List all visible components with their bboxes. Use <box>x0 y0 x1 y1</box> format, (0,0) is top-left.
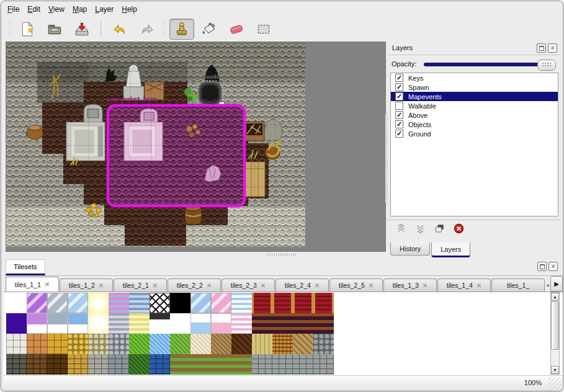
toolbar-handle[interactable] <box>163 21 166 37</box>
layer-row-above[interactable]: ✓Above <box>391 110 558 120</box>
tile-wicker[interactable] <box>272 334 293 354</box>
map-canvas[interactable]: north cavesnake2_boss <box>6 42 386 252</box>
tile-glow-pale[interactable] <box>88 313 109 334</box>
tile-crystal-gray[interactable] <box>47 293 68 313</box>
tile-herringbone[interactable] <box>293 334 313 354</box>
tile-black[interactable] <box>170 293 190 313</box>
menu-help[interactable]: Help <box>122 5 137 16</box>
layer-row-ground[interactable]: ✓Ground <box>391 129 558 138</box>
new-file-button[interactable] <box>15 19 40 40</box>
tile-empty[interactable] <box>170 313 190 334</box>
tile-stripes-yellow[interactable] <box>129 313 150 334</box>
tile-tiles-orange[interactable] <box>27 334 47 354</box>
tab-tiles_2_2[interactable]: tiles_2_2✕ <box>168 278 221 292</box>
tile-empty[interactable] <box>6 293 27 313</box>
open-file-button[interactable] <box>42 19 67 40</box>
menu-view[interactable]: View <box>48 5 65 16</box>
tile-stone-blocks[interactable] <box>6 334 27 354</box>
tile-tiles-gold[interactable] <box>47 334 68 354</box>
opacity-slider[interactable] <box>423 60 556 69</box>
tab-tiles_2_3[interactable]: tiles_2_3✕ <box>222 278 275 292</box>
tile-wall-stone[interactable] <box>88 354 109 375</box>
tile-grass-bright[interactable] <box>129 334 150 354</box>
layer-row-objects[interactable]: ✓Objects <box>391 120 558 129</box>
tile-grass-path-rows[interactable] <box>190 354 211 375</box>
tile-stripes-violet[interactable] <box>109 293 129 313</box>
tab-tiles_1_3[interactable]: tiles_1_3✕ <box>383 278 437 292</box>
tile-pebbles-beige[interactable] <box>88 334 109 354</box>
tile-dirt-speckled[interactable] <box>211 334 231 354</box>
tile-grass-soft[interactable] <box>170 334 190 354</box>
layer-row-keys[interactable]: ✓Keys <box>391 73 558 82</box>
tile-logs-gray[interactable] <box>313 334 334 354</box>
float-icon[interactable] <box>537 262 547 271</box>
delete-layer-button[interactable] <box>453 223 465 236</box>
tile-stripes-blue[interactable] <box>129 293 150 313</box>
resize-grip[interactable] <box>548 378 562 390</box>
tile-crystal-purple-half[interactable] <box>27 313 47 334</box>
layer-row-mapevents[interactable]: ✓Mapevents <box>391 92 558 101</box>
tile-grass-path-rows[interactable] <box>211 354 231 375</box>
tile-planks-gray[interactable] <box>272 354 293 375</box>
layer-visibility-checkbox[interactable] <box>395 102 403 110</box>
tile-grass-path-rows[interactable] <box>231 354 252 375</box>
tile-wall-dark[interactable] <box>6 354 27 375</box>
tile-crystal-blue[interactable] <box>68 293 88 313</box>
scrollbar-thumb[interactable] <box>551 301 559 350</box>
redo-button[interactable] <box>135 19 159 40</box>
layer-visibility-checkbox[interactable]: ✓ <box>395 120 403 128</box>
tileset-content[interactable]: ▲ ▼ <box>4 292 563 375</box>
float-icon[interactable] <box>537 43 546 53</box>
tile-wall-brown[interactable] <box>27 354 47 375</box>
tile-flagstone-yellow[interactable] <box>68 334 88 354</box>
layer-row-walkable[interactable]: Walkable <box>391 101 558 110</box>
close-tab-icon[interactable]: ✕ <box>369 282 374 289</box>
tile-stripes-wood[interactable] <box>313 313 334 334</box>
close-icon[interactable]: ✕ <box>548 43 557 53</box>
close-tab-icon[interactable]: ✕ <box>207 282 212 289</box>
tab-layers[interactable]: Layers <box>431 243 470 257</box>
close-tab-icon[interactable]: ✕ <box>477 282 481 289</box>
raise-layer-button[interactable] <box>395 223 407 236</box>
tile-carpet-red[interactable] <box>252 293 272 313</box>
menu-map[interactable]: Map <box>73 5 87 16</box>
tile-wall-blue[interactable] <box>150 354 170 375</box>
layer-row-spawn[interactable]: ✓Spawn <box>391 82 558 92</box>
tab-tiles_1_2[interactable]: tiles_1_2✕ <box>60 278 113 292</box>
tile-stripes-wood[interactable] <box>293 313 313 334</box>
menu-layer[interactable]: Layer <box>95 5 114 16</box>
tile-planks-gray[interactable] <box>313 354 334 375</box>
scroll-up-icon[interactable]: ▲ <box>551 293 559 301</box>
scroll-down-icon[interactable]: ▼ <box>551 366 559 374</box>
tile-indigo[interactable] <box>6 313 27 334</box>
tab-tiles_1_4[interactable]: tiles_1_4✕ <box>437 278 491 292</box>
tile-stripes-wood[interactable] <box>252 313 272 334</box>
tile-sign-dark[interactable] <box>150 313 170 334</box>
splitter-grip[interactable] <box>267 253 295 256</box>
undo-button[interactable] <box>107 19 132 40</box>
tile-stripes-wood[interactable] <box>272 313 293 334</box>
tile-planks-gray[interactable] <box>252 354 272 375</box>
tile-ribbon-blue[interactable] <box>231 293 252 313</box>
tile-carpet-red[interactable] <box>313 293 334 313</box>
tile-wall-gold-brick[interactable] <box>68 354 88 375</box>
tile-crystal-sky[interactable] <box>190 293 211 313</box>
tile-carpet-red[interactable] <box>272 293 293 313</box>
tile-stripes-gray[interactable] <box>109 313 129 334</box>
tile-water[interactable] <box>150 334 170 354</box>
duplicate-layer-button[interactable] <box>434 223 445 236</box>
tab-tiles_1_[interactable]: tiles_1_ <box>491 278 545 292</box>
tab-history[interactable]: History <box>390 243 430 256</box>
close-tab-icon[interactable]: ✕ <box>315 282 320 289</box>
tile-wall-gray-brick[interactable] <box>109 354 129 375</box>
stamp-tool-button[interactable] <box>169 19 194 40</box>
layer-visibility-checkbox[interactable]: ✓ <box>395 111 403 119</box>
tile-lattice[interactable] <box>150 293 170 313</box>
save-file-button[interactable] <box>69 19 94 40</box>
menu-file[interactable]: File <box>7 5 19 16</box>
close-tab-icon[interactable]: ✕ <box>153 282 158 289</box>
close-icon[interactable]: ✕ <box>548 262 558 271</box>
tab-tiles_2_1[interactable]: tiles_2_1✕ <box>114 278 167 292</box>
tile-planks-gray[interactable] <box>293 354 313 375</box>
layer-visibility-checkbox[interactable]: ✓ <box>395 92 403 100</box>
